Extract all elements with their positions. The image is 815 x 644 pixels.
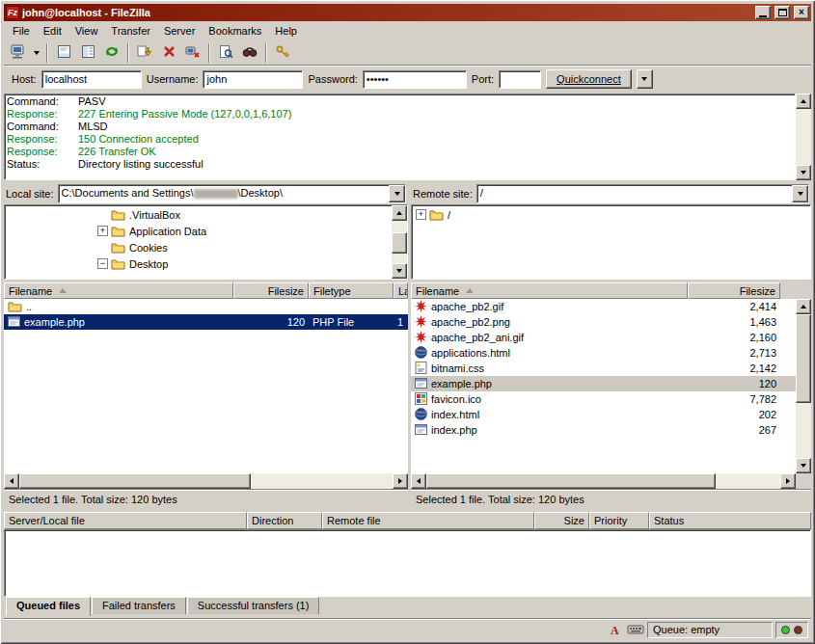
log-scrollbar[interactable] <box>796 94 811 180</box>
process-queue-button[interactable] <box>133 42 156 64</box>
column-header-filename[interactable]: Filename <box>4 282 233 299</box>
column-header-last-modified[interactable]: Last modified <box>394 282 408 299</box>
scroll-down-icon[interactable] <box>392 263 407 279</box>
tab-successful-transfers-1[interactable]: Successful transfers (1) <box>187 597 320 614</box>
tree-expander-icon[interactable]: + <box>416 209 426 220</box>
scroll-left-icon[interactable] <box>411 473 426 489</box>
site-manager-button[interactable] <box>7 42 30 64</box>
column-header-priority[interactable]: Priority <box>589 512 649 529</box>
column-header-direction[interactable]: Direction <box>247 512 322 529</box>
maximize-button[interactable] <box>774 6 790 19</box>
column-header-filesize[interactable]: Filesize <box>688 282 780 299</box>
toggle-log-button[interactable] <box>52 42 75 64</box>
port-input[interactable] <box>499 70 541 89</box>
scroll-up-icon[interactable] <box>392 205 407 221</box>
local-tree-scrollbar[interactable] <box>392 205 407 279</box>
close-button[interactable]: × <box>794 6 809 19</box>
toggle-tree-button[interactable] <box>76 42 99 64</box>
scroll-up-icon[interactable] <box>796 94 811 109</box>
log-line-text: 150 Connection accepted <box>78 133 199 146</box>
tree-item-[interactable]: +/ <box>412 206 810 223</box>
tab-queued-files[interactable]: Queued files <box>6 597 91 616</box>
cell-size: 2,713 <box>688 345 780 361</box>
file-row-apache-pb2-ani-gif[interactable]: apache_pb2_ani.gif2,160 <box>411 330 796 345</box>
tree-item-cookies[interactable]: Cookies <box>5 239 392 255</box>
remote-list-vscrollbar[interactable] <box>796 299 811 473</box>
cancel-button[interactable] <box>157 42 180 64</box>
log-line-text: PASV <box>78 95 106 108</box>
menu-transfer[interactable]: Transfer <box>104 23 157 39</box>
username-input[interactable] <box>203 70 303 89</box>
file-row-apache-pb2-png[interactable]: apache_pb2.png1,463 <box>411 314 796 330</box>
column-header-filetype[interactable]: Filetype <box>309 282 394 299</box>
message-log: Command:PASVResponse:227 Entering Passiv… <box>4 94 796 180</box>
column-header-filename[interactable]: Filename <box>411 282 688 299</box>
menu-help[interactable]: Help <box>268 23 304 39</box>
tree-item-virtualbox[interactable]: .VirtualBox <box>5 206 392 223</box>
tree-expander-icon[interactable]: − <box>97 258 108 269</box>
menu-view[interactable]: View <box>68 23 105 39</box>
scroll-right-icon[interactable] <box>393 473 408 489</box>
tab-failed-transfers[interactable]: Failed transfers <box>92 597 186 614</box>
star-file-icon <box>415 331 427 345</box>
scrollbar-thumb[interactable] <box>392 232 407 254</box>
file-row-example-php[interactable]: example.php120PHP File1 <box>4 314 408 330</box>
scroll-left-icon[interactable] <box>4 473 19 489</box>
find-files-button[interactable] <box>214 42 237 64</box>
username-label: Username: <box>147 73 199 85</box>
file-row-apache-pb2-gif[interactable]: apache_pb2.gif2,414 <box>411 299 796 314</box>
minimize-button[interactable] <box>755 6 771 19</box>
menu-server[interactable]: Server <box>157 23 202 39</box>
transfer-type-icon[interactable]: A <box>607 623 624 637</box>
php-file-icon <box>415 423 427 438</box>
file-row-bitnami-css[interactable]: bitnami.css2,142 <box>411 361 796 376</box>
column-header-size[interactable]: Size <box>534 512 589 529</box>
scroll-up-icon[interactable] <box>796 299 811 314</box>
local-path-dropdown-button[interactable] <box>389 185 405 202</box>
menu-file[interactable]: File <box>6 23 37 39</box>
log-line-label: Command: <box>7 95 78 108</box>
title-bar[interactable]: Fz john@localhost - FileZilla × <box>4 4 811 21</box>
encryption-icon[interactable] <box>627 623 644 637</box>
column-header-status[interactable]: Status <box>649 512 811 529</box>
file-row-index-html[interactable]: index.html202 <box>411 407 796 422</box>
menu-edit[interactable]: Edit <box>37 23 68 39</box>
settings-button[interactable] <box>271 42 294 64</box>
file-row-favicon-ico[interactable]: favicon.ico7,782 <box>411 391 796 407</box>
file-row-example-php[interactable]: example.php120 <box>411 376 796 391</box>
column-header-remote-file[interactable]: Remote file <box>322 512 534 529</box>
host-input[interactable] <box>41 70 142 89</box>
scroll-down-icon[interactable] <box>796 458 811 473</box>
remote-list-hscrollbar[interactable] <box>411 473 811 489</box>
local-list-hscrollbar[interactable] <box>4 473 408 489</box>
remote-path: / <box>477 185 792 202</box>
tree-expander-icon[interactable]: + <box>97 226 108 236</box>
close-icon: × <box>799 8 804 17</box>
local-path-combo[interactable]: C:\Documents and Settings\\Desktop\ <box>58 184 406 203</box>
quickconnect-button[interactable]: Quickconnect <box>546 69 632 89</box>
menu-bookmarks[interactable]: Bookmarks <box>202 23 268 39</box>
refresh-button[interactable] <box>100 42 123 64</box>
local-directory-tree: .VirtualBox+Application DataCookies−Desk… <box>5 205 392 279</box>
scrollbar-thumb[interactable] <box>19 473 251 489</box>
quickconnect-dropdown-button[interactable] <box>637 69 653 89</box>
column-header-filesize[interactable]: Filesize <box>233 282 309 299</box>
file-row-[interactable]: .. <box>4 299 408 314</box>
tree-item-desktop[interactable]: −Desktop <box>5 255 392 272</box>
disconnect-button[interactable] <box>181 42 204 64</box>
remote-path-combo[interactable]: / <box>476 184 809 203</box>
cell-size: 120 <box>233 314 309 330</box>
site-manager-button-dropdown[interactable] <box>31 42 42 64</box>
scrollbar-thumb[interactable] <box>796 314 811 403</box>
file-row-applications-html[interactable]: applications.html2,713 <box>411 345 796 361</box>
remote-path-dropdown-button[interactable] <box>792 185 808 202</box>
password-input[interactable] <box>363 70 467 89</box>
scrollbar-thumb[interactable] <box>426 473 716 489</box>
scroll-right-icon[interactable] <box>780 473 796 489</box>
filter-button[interactable] <box>238 42 261 64</box>
toolbar-separator <box>208 43 210 63</box>
column-header-server-local-file[interactable]: Server/Local file <box>4 512 247 529</box>
scroll-down-icon[interactable] <box>796 165 811 180</box>
file-row-index-php[interactable]: index.php267 <box>411 422 796 438</box>
tree-item-application-data[interactable]: +Application Data <box>5 223 392 239</box>
